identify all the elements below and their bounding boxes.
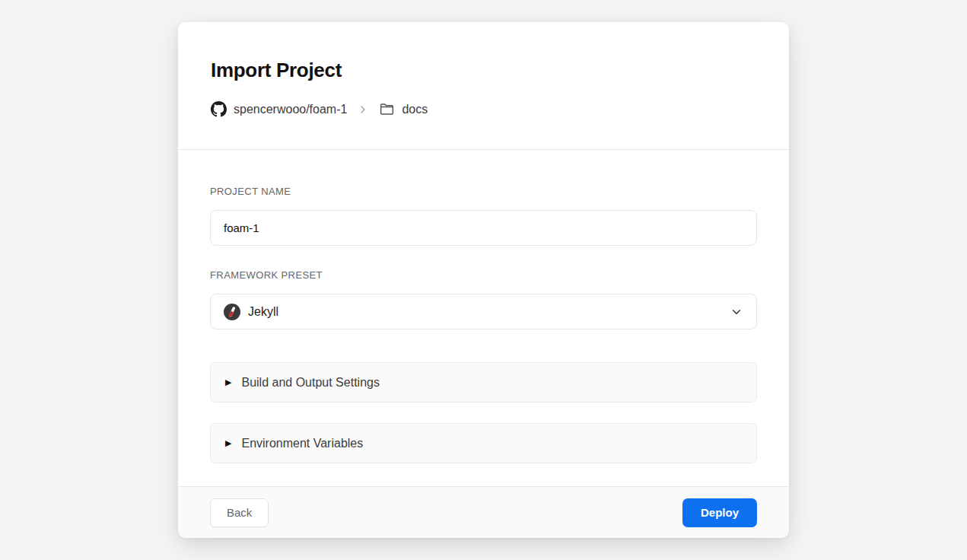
back-button[interactable]: Back [210, 498, 269, 527]
jekyll-logo-icon [224, 304, 240, 320]
breadcrumb-repo-label: spencerwooo/foam-1 [234, 103, 347, 116]
folder-icon [379, 101, 395, 117]
expander-label: Environment Variables [241, 437, 363, 450]
deploy-button[interactable]: Deploy [682, 498, 757, 527]
framework-selected-value: Jekyll [248, 305, 730, 319]
modal-footer: Back Deploy [178, 486, 789, 538]
modal-header: Import Project spencerwooo/foam-1 [178, 22, 789, 150]
project-name-input[interactable] [210, 210, 757, 246]
breadcrumb: spencerwooo/foam-1 docs [211, 101, 756, 117]
breadcrumb-folder: docs [379, 101, 428, 117]
page-title: Import Project [211, 59, 756, 82]
project-name-group: Project Name [210, 186, 757, 246]
breadcrumb-repo: spencerwooo/foam-1 [211, 101, 347, 117]
framework-preset-group: Framework Preset Jekyll [210, 269, 757, 329]
modal-body: Project Name Framework Preset Jekyll [178, 150, 789, 486]
expander-label: Build and Output Settings [241, 376, 379, 390]
spacer [210, 353, 757, 362]
triangle-right-icon: ▶ [225, 439, 231, 447]
github-icon [211, 101, 227, 117]
build-output-settings-expander[interactable]: ▶ Build and Output Settings [210, 362, 757, 402]
triangle-right-icon: ▶ [225, 378, 231, 387]
breadcrumb-folder-label: docs [402, 103, 428, 116]
framework-preset-select[interactable]: Jekyll [210, 294, 757, 329]
chevron-right-icon [357, 103, 369, 116]
framework-preset-label: Framework Preset [210, 269, 757, 281]
import-project-modal: Import Project spencerwooo/foam-1 [178, 22, 789, 538]
chevron-down-icon [730, 305, 743, 319]
project-name-label: Project Name [210, 186, 757, 197]
environment-variables-expander[interactable]: ▶ Environment Variables [210, 423, 757, 463]
